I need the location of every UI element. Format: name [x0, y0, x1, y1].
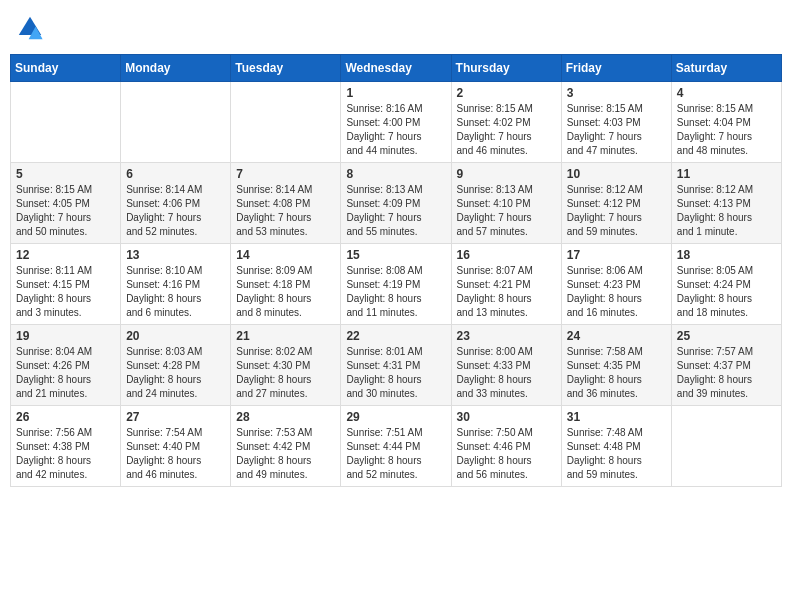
- day-cell: 27Sunrise: 7:54 AM Sunset: 4:40 PM Dayli…: [121, 406, 231, 487]
- day-info: Sunrise: 7:51 AM Sunset: 4:44 PM Dayligh…: [346, 426, 445, 482]
- day-cell: 30Sunrise: 7:50 AM Sunset: 4:46 PM Dayli…: [451, 406, 561, 487]
- day-info: Sunrise: 8:11 AM Sunset: 4:15 PM Dayligh…: [16, 264, 115, 320]
- day-cell: 14Sunrise: 8:09 AM Sunset: 4:18 PM Dayli…: [231, 244, 341, 325]
- day-number: 29: [346, 410, 445, 424]
- day-cell: [121, 82, 231, 163]
- day-cell: 11Sunrise: 8:12 AM Sunset: 4:13 PM Dayli…: [671, 163, 781, 244]
- day-cell: 5Sunrise: 8:15 AM Sunset: 4:05 PM Daylig…: [11, 163, 121, 244]
- day-number: 27: [126, 410, 225, 424]
- logo-icon: [16, 14, 44, 42]
- weekday-friday: Friday: [561, 55, 671, 82]
- day-number: 12: [16, 248, 115, 262]
- week-row-5: 26Sunrise: 7:56 AM Sunset: 4:38 PM Dayli…: [11, 406, 782, 487]
- day-info: Sunrise: 8:00 AM Sunset: 4:33 PM Dayligh…: [457, 345, 556, 401]
- weekday-header-row: SundayMondayTuesdayWednesdayThursdayFrid…: [11, 55, 782, 82]
- day-info: Sunrise: 8:15 AM Sunset: 4:02 PM Dayligh…: [457, 102, 556, 158]
- day-number: 3: [567, 86, 666, 100]
- weekday-thursday: Thursday: [451, 55, 561, 82]
- weekday-tuesday: Tuesday: [231, 55, 341, 82]
- logo: [16, 14, 46, 42]
- day-number: 20: [126, 329, 225, 343]
- day-number: 24: [567, 329, 666, 343]
- day-info: Sunrise: 8:15 AM Sunset: 4:04 PM Dayligh…: [677, 102, 776, 158]
- day-number: 10: [567, 167, 666, 181]
- day-info: Sunrise: 8:14 AM Sunset: 4:06 PM Dayligh…: [126, 183, 225, 239]
- day-info: Sunrise: 8:03 AM Sunset: 4:28 PM Dayligh…: [126, 345, 225, 401]
- day-info: Sunrise: 8:04 AM Sunset: 4:26 PM Dayligh…: [16, 345, 115, 401]
- day-number: 30: [457, 410, 556, 424]
- day-cell: 4Sunrise: 8:15 AM Sunset: 4:04 PM Daylig…: [671, 82, 781, 163]
- page: SundayMondayTuesdayWednesdayThursdayFrid…: [0, 0, 792, 612]
- day-number: 17: [567, 248, 666, 262]
- day-number: 25: [677, 329, 776, 343]
- day-info: Sunrise: 8:01 AM Sunset: 4:31 PM Dayligh…: [346, 345, 445, 401]
- day-cell: [231, 82, 341, 163]
- day-cell: 20Sunrise: 8:03 AM Sunset: 4:28 PM Dayli…: [121, 325, 231, 406]
- day-cell: 13Sunrise: 8:10 AM Sunset: 4:16 PM Dayli…: [121, 244, 231, 325]
- day-number: 5: [16, 167, 115, 181]
- day-number: 2: [457, 86, 556, 100]
- day-number: 7: [236, 167, 335, 181]
- day-number: 15: [346, 248, 445, 262]
- day-cell: 31Sunrise: 7:48 AM Sunset: 4:48 PM Dayli…: [561, 406, 671, 487]
- calendar-table: SundayMondayTuesdayWednesdayThursdayFrid…: [10, 54, 782, 487]
- day-info: Sunrise: 8:06 AM Sunset: 4:23 PM Dayligh…: [567, 264, 666, 320]
- day-number: 1: [346, 86, 445, 100]
- day-number: 23: [457, 329, 556, 343]
- day-cell: 26Sunrise: 7:56 AM Sunset: 4:38 PM Dayli…: [11, 406, 121, 487]
- day-cell: 22Sunrise: 8:01 AM Sunset: 4:31 PM Dayli…: [341, 325, 451, 406]
- day-info: Sunrise: 7:56 AM Sunset: 4:38 PM Dayligh…: [16, 426, 115, 482]
- week-row-3: 12Sunrise: 8:11 AM Sunset: 4:15 PM Dayli…: [11, 244, 782, 325]
- day-number: 22: [346, 329, 445, 343]
- day-cell: 29Sunrise: 7:51 AM Sunset: 4:44 PM Dayli…: [341, 406, 451, 487]
- weekday-saturday: Saturday: [671, 55, 781, 82]
- day-info: Sunrise: 7:54 AM Sunset: 4:40 PM Dayligh…: [126, 426, 225, 482]
- day-number: 13: [126, 248, 225, 262]
- day-cell: 9Sunrise: 8:13 AM Sunset: 4:10 PM Daylig…: [451, 163, 561, 244]
- day-cell: 24Sunrise: 7:58 AM Sunset: 4:35 PM Dayli…: [561, 325, 671, 406]
- day-info: Sunrise: 7:57 AM Sunset: 4:37 PM Dayligh…: [677, 345, 776, 401]
- day-info: Sunrise: 7:50 AM Sunset: 4:46 PM Dayligh…: [457, 426, 556, 482]
- day-number: 11: [677, 167, 776, 181]
- day-number: 28: [236, 410, 335, 424]
- day-cell: 1Sunrise: 8:16 AM Sunset: 4:00 PM Daylig…: [341, 82, 451, 163]
- day-number: 16: [457, 248, 556, 262]
- day-cell: 21Sunrise: 8:02 AM Sunset: 4:30 PM Dayli…: [231, 325, 341, 406]
- day-info: Sunrise: 8:12 AM Sunset: 4:12 PM Dayligh…: [567, 183, 666, 239]
- week-row-2: 5Sunrise: 8:15 AM Sunset: 4:05 PM Daylig…: [11, 163, 782, 244]
- day-cell: 6Sunrise: 8:14 AM Sunset: 4:06 PM Daylig…: [121, 163, 231, 244]
- day-cell: 25Sunrise: 7:57 AM Sunset: 4:37 PM Dayli…: [671, 325, 781, 406]
- day-cell: 15Sunrise: 8:08 AM Sunset: 4:19 PM Dayli…: [341, 244, 451, 325]
- day-info: Sunrise: 8:13 AM Sunset: 4:09 PM Dayligh…: [346, 183, 445, 239]
- day-info: Sunrise: 8:15 AM Sunset: 4:05 PM Dayligh…: [16, 183, 115, 239]
- day-info: Sunrise: 7:53 AM Sunset: 4:42 PM Dayligh…: [236, 426, 335, 482]
- day-cell: 2Sunrise: 8:15 AM Sunset: 4:02 PM Daylig…: [451, 82, 561, 163]
- day-cell: 7Sunrise: 8:14 AM Sunset: 4:08 PM Daylig…: [231, 163, 341, 244]
- day-number: 26: [16, 410, 115, 424]
- day-number: 21: [236, 329, 335, 343]
- day-info: Sunrise: 8:02 AM Sunset: 4:30 PM Dayligh…: [236, 345, 335, 401]
- day-info: Sunrise: 8:05 AM Sunset: 4:24 PM Dayligh…: [677, 264, 776, 320]
- day-number: 4: [677, 86, 776, 100]
- weekday-monday: Monday: [121, 55, 231, 82]
- day-number: 8: [346, 167, 445, 181]
- day-number: 14: [236, 248, 335, 262]
- day-cell: 23Sunrise: 8:00 AM Sunset: 4:33 PM Dayli…: [451, 325, 561, 406]
- day-info: Sunrise: 8:14 AM Sunset: 4:08 PM Dayligh…: [236, 183, 335, 239]
- day-info: Sunrise: 8:16 AM Sunset: 4:00 PM Dayligh…: [346, 102, 445, 158]
- weekday-wednesday: Wednesday: [341, 55, 451, 82]
- day-info: Sunrise: 8:10 AM Sunset: 4:16 PM Dayligh…: [126, 264, 225, 320]
- day-info: Sunrise: 8:15 AM Sunset: 4:03 PM Dayligh…: [567, 102, 666, 158]
- header: [10, 10, 782, 46]
- day-number: 18: [677, 248, 776, 262]
- day-cell: 28Sunrise: 7:53 AM Sunset: 4:42 PM Dayli…: [231, 406, 341, 487]
- day-info: Sunrise: 8:12 AM Sunset: 4:13 PM Dayligh…: [677, 183, 776, 239]
- day-number: 19: [16, 329, 115, 343]
- day-cell: 16Sunrise: 8:07 AM Sunset: 4:21 PM Dayli…: [451, 244, 561, 325]
- day-number: 9: [457, 167, 556, 181]
- day-cell: 3Sunrise: 8:15 AM Sunset: 4:03 PM Daylig…: [561, 82, 671, 163]
- day-info: Sunrise: 8:08 AM Sunset: 4:19 PM Dayligh…: [346, 264, 445, 320]
- day-cell: 8Sunrise: 8:13 AM Sunset: 4:09 PM Daylig…: [341, 163, 451, 244]
- day-cell: [11, 82, 121, 163]
- day-cell: [671, 406, 781, 487]
